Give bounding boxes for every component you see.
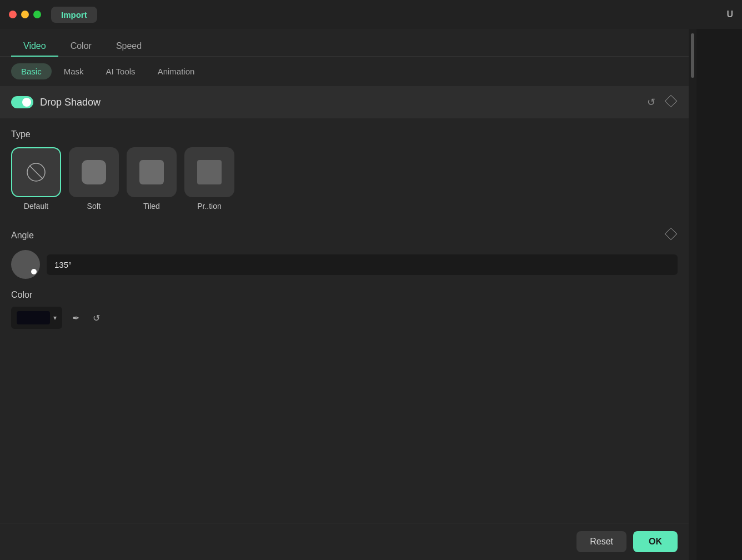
subtab-ai-tools[interactable]: AI Tools: [96, 63, 146, 79]
bottom-bar: Reset OK: [0, 523, 689, 560]
sub-tabs: Basic Mask AI Tools Animation: [0, 57, 689, 86]
type-option-soft[interactable]: Soft: [69, 147, 119, 211]
angle-dot: [31, 269, 37, 274]
color-label: Color: [11, 290, 678, 300]
angle-input[interactable]: 135°: [47, 254, 678, 275]
tab-color[interactable]: Color: [58, 37, 104, 57]
type-section: Type Default: [11, 129, 678, 211]
type-icon-projection: [184, 147, 234, 197]
soft-square-icon: [82, 160, 106, 184]
color-swatch: [17, 311, 50, 324]
angle-diamond-icon: [665, 228, 678, 241]
drop-shadow-toggle[interactable]: [11, 96, 33, 108]
subtab-mask[interactable]: Mask: [54, 63, 94, 79]
type-option-projection[interactable]: Pr..tion: [184, 147, 234, 211]
eyedropper-icon: ✒: [72, 313, 79, 323]
type-option-default[interactable]: Default: [11, 147, 61, 211]
tab-video[interactable]: Video: [11, 37, 58, 57]
reset-color-icon: ↺: [93, 313, 100, 323]
angle-section: Angle 135°: [11, 227, 678, 279]
close-button[interactable]: [9, 11, 17, 18]
main-content: Video Color Speed Basic Mask AI Tools An…: [0, 29, 742, 560]
top-tabs: Video Color Speed: [0, 29, 689, 57]
minimize-button[interactable]: [21, 11, 29, 18]
panel: Video Color Speed Basic Mask AI Tools An…: [0, 29, 689, 560]
type-icon-soft: [69, 147, 119, 197]
svg-line-1: [29, 166, 43, 179]
angle-label: Angle: [11, 231, 34, 241]
diamond-icon: [665, 94, 678, 107]
drop-shadow-row: Drop Shadow ↺: [0, 86, 689, 118]
u-label: U: [726, 9, 733, 19]
type-icon-tiled: [127, 147, 177, 197]
type-name-projection: Pr..tion: [197, 202, 222, 211]
type-name-tiled: Tiled: [143, 202, 160, 211]
tiled-square-icon: [139, 160, 164, 184]
scrollbar-thumb[interactable]: [691, 33, 694, 78]
angle-diamond-button[interactable]: [664, 227, 678, 243]
angle-wheel[interactable]: [11, 250, 40, 279]
undo-icon: ↺: [647, 97, 655, 108]
type-label: Type: [11, 129, 678, 139]
maximize-button[interactable]: [33, 11, 41, 18]
tab-speed[interactable]: Speed: [104, 37, 154, 57]
reset-icon-button[interactable]: ↺: [645, 94, 658, 111]
type-options: Default Soft Tiled: [11, 147, 678, 211]
eyedropper-button[interactable]: ✒: [69, 311, 83, 326]
diamond-icon-button[interactable]: [664, 94, 678, 111]
color-swatch-button[interactable]: ▾: [11, 307, 62, 329]
content-area: Type Default: [0, 118, 689, 523]
scrollbar-track: [689, 29, 696, 560]
subtab-animation[interactable]: Animation: [148, 63, 205, 79]
chevron-down-icon: ▾: [53, 314, 57, 322]
reset-button[interactable]: Reset: [576, 531, 626, 552]
angle-header: Angle: [11, 227, 678, 243]
default-icon-svg: [25, 161, 47, 183]
reset-color-button[interactable]: ↺: [89, 311, 103, 326]
traffic-lights: [9, 11, 41, 18]
type-name-soft: Soft: [87, 202, 101, 211]
type-icon-default: [11, 147, 61, 197]
ok-button[interactable]: OK: [633, 531, 678, 552]
angle-control: 135°: [11, 250, 678, 279]
proj-square-icon: [197, 160, 222, 184]
type-option-tiled[interactable]: Tiled: [127, 147, 177, 211]
import-button[interactable]: Import: [51, 7, 97, 23]
color-controls: ▾ ✒ ↺: [11, 307, 678, 329]
subtab-basic[interactable]: Basic: [11, 63, 52, 79]
type-name-default: Default: [24, 202, 48, 211]
titlebar: Import U: [0, 0, 742, 29]
color-section: Color ▾ ✒ ↺: [11, 290, 678, 329]
drop-shadow-label: Drop Shadow: [40, 97, 638, 108]
